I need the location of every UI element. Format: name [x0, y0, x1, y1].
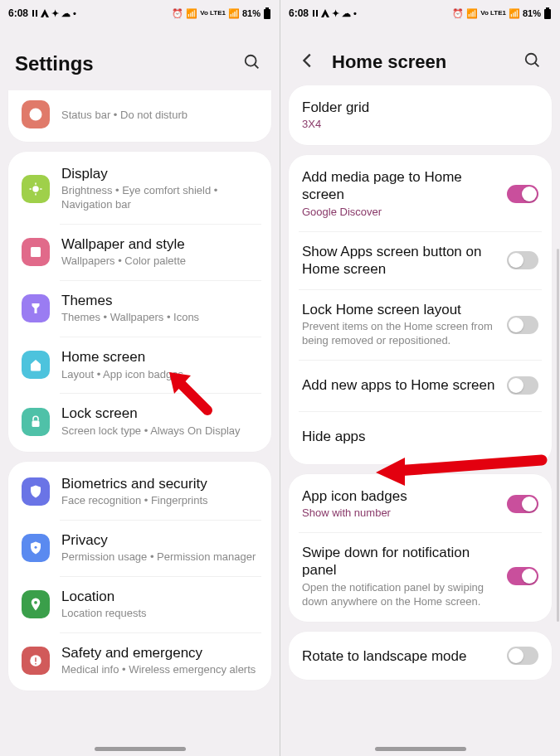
item-hide-apps[interactable]: Hide apps	[289, 411, 552, 463]
shield-icon	[22, 477, 50, 506]
svg-rect-21	[544, 9, 551, 19]
settings-screen: 6:08 ✦☁• ⏰📶 Vo LTE1 📶 81% Settings	[0, 0, 280, 756]
item-title: Rotate to landscape mode	[302, 647, 495, 665]
item-sub: Google Discover	[302, 206, 495, 220]
privacy-icon	[22, 534, 50, 562]
page-title: Home screen	[332, 51, 509, 73]
svg-line-24	[535, 63, 539, 67]
item-lock-layout[interactable]: Lock Home screen layout Prevent items on…	[289, 289, 552, 360]
item-sub: Show with number	[302, 506, 495, 521]
svg-line-5	[255, 65, 259, 69]
svg-rect-17	[35, 657, 37, 662]
themes-icon	[22, 294, 50, 322]
settings-group-security: Biometrics and security Face recognition…	[8, 462, 271, 691]
home-content: Folder grid 3X4 Add media page to Home s…	[280, 85, 560, 756]
svg-point-6	[30, 109, 42, 121]
item-sub: Medical info • Wireless emergency alerts	[61, 663, 258, 677]
svg-rect-3	[265, 7, 269, 9]
toggle-add-media[interactable]	[507, 185, 538, 203]
display-icon	[22, 175, 50, 203]
page-title: Settings	[15, 52, 228, 75]
notifications-item[interactable]: Status bar • Do not disturb	[8, 90, 271, 142]
toggle-swipe-down[interactable]	[507, 567, 538, 585]
item-title: Themes	[61, 292, 258, 309]
settings-item-display[interactable]: Display Brightness • Eye comfort shield …	[8, 153, 271, 224]
item-sub: Open the notification panel by swiping d…	[302, 581, 495, 609]
item-title: Safety and emergency	[61, 644, 258, 662]
nav-indicator	[375, 747, 466, 751]
status-bar: 6:08 ✦☁• ⏰📶 Vo LTE1 📶 81%	[0, 0, 280, 27]
chevron-left-icon	[299, 51, 317, 70]
back-button[interactable]	[295, 48, 320, 75]
toggle-lock-layout[interactable]	[507, 316, 538, 334]
item-title: Location	[61, 588, 258, 605]
item-title: App icon badges	[302, 487, 495, 505]
svg-rect-22	[546, 7, 549, 9]
item-sub: Wallpapers • Color palette	[61, 254, 258, 269]
svg-rect-1	[36, 10, 37, 17]
status-notif-icons: ✦☁•	[312, 8, 357, 19]
settings-item-home-screen[interactable]: Home screen Layout • App icon badges	[8, 337, 271, 393]
item-title: Display	[61, 165, 258, 182]
search-icon	[523, 51, 542, 70]
svg-point-14	[35, 546, 37, 549]
home-header: Home screen	[280, 27, 560, 85]
item-app-icon-badges[interactable]: App icon badges Show with number	[289, 476, 552, 532]
settings-content: Status bar • Do not disturb Display Brig…	[0, 90, 280, 756]
item-sub: Face recognition • Fingerprints	[61, 494, 258, 508]
search-button[interactable]	[240, 50, 265, 77]
item-title: Biometrics and security	[61, 475, 258, 492]
nav-indicator	[95, 747, 186, 751]
badges-group: App icon badges Show with number Swipe d…	[289, 474, 552, 622]
home-icon	[22, 351, 50, 379]
folder-grid-item[interactable]: Folder grid 3X4	[289, 85, 552, 145]
svg-rect-2	[264, 9, 270, 19]
notifications-sub: Status bar • Do not disturb	[61, 109, 258, 123]
svg-rect-19	[313, 10, 314, 17]
toggle-app-icon-badges[interactable]	[507, 495, 538, 513]
svg-rect-0	[32, 10, 34, 17]
item-value: 3X4	[302, 118, 538, 132]
settings-item-lock-screen[interactable]: Lock screen Screen lock type • Always On…	[8, 393, 271, 449]
svg-rect-20	[316, 10, 318, 17]
svg-rect-13	[32, 420, 40, 427]
item-add-media[interactable]: Add media page to Home screen Google Dis…	[289, 157, 552, 230]
wallpaper-icon	[22, 238, 50, 266]
item-title: Home screen	[61, 348, 258, 366]
svg-rect-12	[31, 247, 41, 257]
settings-group-display: Display Brightness • Eye comfort shield …	[8, 152, 271, 452]
home-screen-settings: 6:08 ✦☁• ⏰📶 Vo LTE1 📶 81% Home screen	[280, 0, 560, 756]
lock-icon	[22, 408, 50, 436]
item-sub: Screen lock type • Always On Display	[61, 424, 258, 439]
item-sub: Themes • Wallpapers • Icons	[61, 311, 258, 325]
item-sub: Location requests	[61, 607, 258, 621]
rotate-item[interactable]: Rotate to landscape mode	[289, 632, 552, 680]
item-title: Wallpaper and style	[61, 235, 258, 253]
search-button[interactable]	[520, 48, 545, 75]
settings-item-wallpaper[interactable]: Wallpaper and style Wallpapers • Color p…	[8, 224, 271, 280]
status-battery: 81%	[523, 8, 541, 18]
settings-item-themes[interactable]: Themes Themes • Wallpapers • Icons	[8, 280, 271, 337]
item-show-apps-btn[interactable]: Show Apps screen button on Home screen	[289, 231, 552, 290]
toggle-show-apps[interactable]	[507, 251, 538, 269]
settings-item-biometrics[interactable]: Biometrics and security Face recognition…	[8, 463, 271, 520]
location-icon	[22, 590, 50, 618]
status-battery: 81%	[242, 8, 261, 18]
emergency-icon	[22, 647, 50, 675]
item-title: Swipe down for notification panel	[302, 544, 495, 579]
scroll-indicator	[557, 249, 559, 622]
settings-item-safety[interactable]: Safety and emergency Medical info • Wire…	[8, 632, 271, 689]
svg-rect-18	[35, 663, 37, 665]
settings-item-location[interactable]: Location Location requests	[8, 576, 271, 632]
item-sub: Layout • App icon badges	[61, 368, 258, 382]
item-swipe-down[interactable]: Swipe down for notification panel Open t…	[289, 532, 552, 620]
status-net: Vo LTE1	[200, 10, 226, 17]
home-settings-group: Add media page to Home screen Google Dis…	[289, 155, 552, 464]
toggle-add-new-apps[interactable]	[507, 376, 538, 395]
search-icon	[243, 53, 261, 71]
item-add-new-apps[interactable]: Add new apps to Home screen	[289, 360, 552, 411]
item-title: Add media page to Home screen	[302, 168, 495, 204]
settings-item-privacy[interactable]: Privacy Permission usage • Permission ma…	[8, 520, 271, 576]
item-title: Privacy	[61, 531, 258, 549]
toggle-rotate[interactable]	[507, 647, 538, 665]
